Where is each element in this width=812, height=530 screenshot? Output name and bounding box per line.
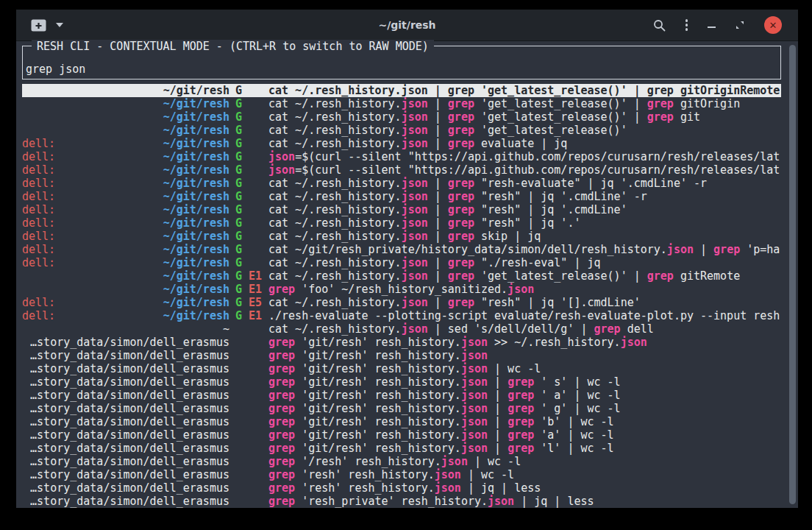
- host-path-cell: …story_data/simon/dell_erasmus: [22, 428, 229, 442]
- history-row[interactable]: …story_data/simon/dell_erasmusgrep 'resh…: [22, 495, 781, 508]
- host-path-cell: …story_data/simon/dell_erasmus: [22, 495, 229, 508]
- host-label: dell:: [22, 243, 55, 256]
- host-path-cell: ~/git/resh: [22, 97, 229, 110]
- match-highlight: json: [667, 243, 694, 256]
- host-path-cell: dell:~/git/resh: [22, 203, 229, 216]
- path-label: ~/git/resh: [163, 84, 229, 97]
- command-text: cat ~/.resh_history.json | grep 'get_lat…: [268, 97, 781, 110]
- tab-dropdown-button[interactable]: [56, 23, 63, 27]
- history-row[interactable]: dell:~/git/reshGjson=$(curl --silent "ht…: [22, 150, 781, 163]
- history-row[interactable]: dell:~/git/reshGcat ~/.resh_history.json…: [22, 256, 781, 269]
- history-row[interactable]: ~/git/reshGE1cat ~/.resh_history.json | …: [22, 269, 781, 283]
- command-text: cat ~/.resh_history.json | grep "./resh-…: [268, 256, 781, 269]
- match-highlight: json: [268, 150, 295, 163]
- match-highlight: grep: [268, 349, 295, 362]
- history-row[interactable]: …story_data/simon/dell_erasmusgrep 'git/…: [22, 402, 781, 415]
- history-row[interactable]: ~cat ~/.resh_history.json | sed 's/dell/…: [22, 322, 781, 336]
- git-flag: G: [235, 230, 242, 243]
- history-row[interactable]: ~/git/reshGE1grep 'foo' ~/resh_history_s…: [22, 283, 781, 296]
- command-text: cat ~/.resh_history.json | grep "resh-ev…: [268, 177, 781, 190]
- git-flag: G: [235, 150, 242, 163]
- history-row[interactable]: dell:~/git/reshGcat ~/.resh_history.json…: [22, 216, 781, 230]
- history-row[interactable]: dell:~/git/reshGE5cat ~/.resh_history.js…: [22, 296, 781, 309]
- path-label: ~/git/resh: [163, 137, 229, 150]
- command-text: grep 'git/resh' resh_history.json | grep…: [268, 442, 781, 455]
- match-highlight: grep: [647, 97, 674, 110]
- flags-cell: G: [235, 230, 268, 243]
- host-label: dell:: [22, 256, 55, 269]
- history-row[interactable]: dell:~/git/reshGcat ~/.resh_history.json…: [22, 230, 781, 243]
- history-row[interactable]: …story_data/simon/dell_erasmusgrep 'git/…: [22, 415, 781, 428]
- match-highlight: json: [402, 110, 428, 124]
- scrollbar-thumb[interactable]: [789, 45, 796, 504]
- host-path-cell: dell:~/git/resh: [22, 177, 229, 190]
- command-text: cat ~/.resh_history.json | grep 'get_lat…: [268, 124, 781, 137]
- history-row[interactable]: …story_data/simon/dell_erasmusgrep 'resh…: [22, 468, 781, 481]
- history-row[interactable]: …story_data/simon/dell_erasmusgrep 'git/…: [22, 442, 781, 455]
- match-highlight: grep: [448, 296, 474, 309]
- history-row[interactable]: …story_data/simon/dell_erasmusgrep 'git/…: [22, 349, 781, 362]
- exit-status-flag: E1: [249, 283, 262, 296]
- history-row[interactable]: …story_data/simon/dell_erasmusgrep '/res…: [22, 455, 781, 468]
- titlebar[interactable]: ~/git/resh: [16, 10, 798, 41]
- path-label: …story_data/simon/dell_erasmus: [30, 481, 229, 495]
- command-text: grep 'resh' resh_history.json | wc -l: [268, 468, 781, 481]
- host-path-cell: dell:~/git/resh: [22, 256, 229, 269]
- host-path-cell: ~/git/resh: [22, 110, 229, 124]
- history-row[interactable]: …story_data/simon/dell_erasmusgrep 'resh…: [22, 481, 781, 495]
- search-query-input[interactable]: grep json: [26, 63, 85, 76]
- match-highlight: grep: [647, 110, 674, 124]
- git-flag: G: [235, 177, 242, 190]
- history-row[interactable]: …story_data/simon/dell_erasmusgrep 'git/…: [22, 428, 781, 442]
- path-label: ~/git/resh: [163, 150, 229, 163]
- history-row[interactable]: dell:~/git/reshGE1./resh-evaluate --plot…: [22, 309, 781, 322]
- minimize-button[interactable]: [708, 22, 716, 28]
- match-highlight: grep: [594, 322, 621, 336]
- history-row[interactable]: …story_data/simon/dell_erasmusgrep 'git/…: [22, 389, 781, 402]
- history-row[interactable]: dell:~/git/reshGcat ~/git/resh_private/h…: [22, 243, 781, 256]
- search-button[interactable]: [653, 19, 666, 32]
- host-path-cell: …story_data/simon/dell_erasmus: [22, 389, 229, 402]
- match-highlight: grep: [647, 269, 674, 283]
- history-row[interactable]: dell:~/git/reshGcat ~/.resh_history.json…: [22, 177, 781, 190]
- host-path-cell: dell:~/git/resh: [22, 190, 229, 203]
- git-flag: G: [235, 269, 242, 283]
- command-text: cat ~/.resh_history.json | grep evaluate…: [268, 137, 781, 150]
- close-button[interactable]: ✕: [764, 16, 782, 34]
- command-text: grep 'git/resh' resh_history.json | grep…: [268, 402, 781, 415]
- history-row[interactable]: …story_data/simon/dell_erasmusgrep 'git/…: [22, 362, 781, 375]
- new-tab-button[interactable]: [31, 19, 46, 32]
- command-text: cat ~/.resh_history.json | grep "resh" |…: [268, 203, 781, 216]
- terminal-new-tab-icon: [31, 19, 46, 32]
- history-row[interactable]: dell:~/git/reshGjson=$(curl --silent "ht…: [22, 163, 781, 177]
- history-row[interactable]: ~/git/reshGcat ~/.resh_history.json | gr…: [22, 124, 781, 137]
- history-row[interactable]: ~/git/reshGcat ~/.resh_history.json | gr…: [22, 97, 781, 110]
- history-row[interactable]: …story_data/simon/dell_erasmusgrep 'git/…: [22, 336, 781, 349]
- host-path-cell: …story_data/simon/dell_erasmus: [22, 481, 229, 495]
- match-highlight: json: [435, 468, 461, 481]
- terminal-window: ~/git/resh: [16, 10, 798, 508]
- host-label: dell:: [22, 309, 55, 322]
- command-text: json=$(curl --silent "https://api.github…: [268, 163, 781, 177]
- history-row-selected[interactable]: ~/git/reshGcat ~/.resh_history.json | gr…: [22, 84, 781, 97]
- flags-cell: G: [235, 84, 268, 97]
- history-row[interactable]: dell:~/git/reshGcat ~/.resh_history.json…: [22, 137, 781, 150]
- flags-cell: [235, 349, 268, 362]
- match-highlight: grep: [268, 428, 295, 442]
- search-icon: [653, 19, 666, 32]
- match-highlight: grep: [448, 97, 474, 110]
- history-row[interactable]: …story_data/simon/dell_erasmusgrep 'git/…: [22, 375, 781, 389]
- path-label: ~/git/resh: [163, 163, 229, 177]
- host-path-cell: …story_data/simon/dell_erasmus: [22, 362, 229, 375]
- match-highlight: json: [461, 375, 488, 389]
- host-path-cell: dell:~/git/resh: [22, 150, 229, 163]
- command-text: cat ~/git/resh_private/history_data/simo…: [268, 243, 781, 256]
- menu-button[interactable]: [685, 19, 688, 31]
- restore-button[interactable]: [736, 21, 744, 29]
- host-label: dell:: [22, 216, 55, 230]
- flags-cell: GE1: [235, 269, 268, 283]
- path-label: ~/git/resh: [163, 124, 229, 137]
- history-row[interactable]: ~/git/reshGcat ~/.resh_history.json | gr…: [22, 110, 781, 124]
- history-row[interactable]: dell:~/git/reshGcat ~/.resh_history.json…: [22, 190, 781, 203]
- history-row[interactable]: dell:~/git/reshGcat ~/.resh_history.json…: [22, 203, 781, 216]
